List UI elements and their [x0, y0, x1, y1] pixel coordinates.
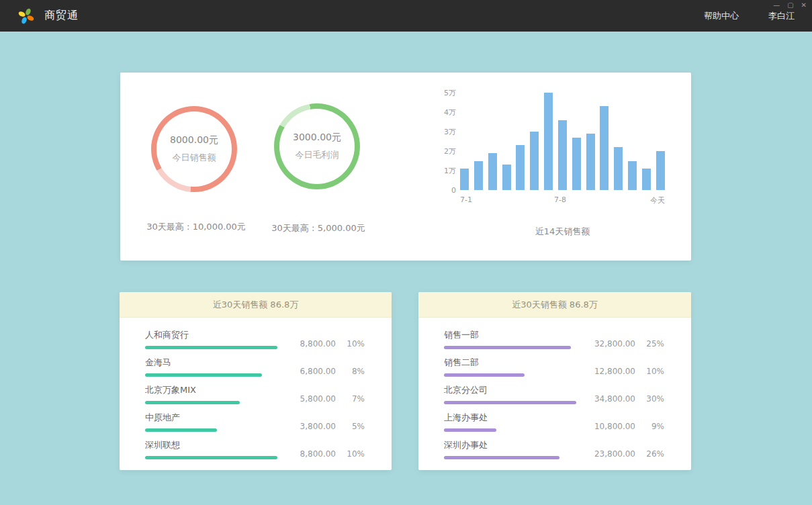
sales-bar [628, 161, 637, 191]
sales-bar [530, 132, 539, 190]
list-item: 销售一部 32,800.00 25% [444, 329, 664, 349]
sales-bar [474, 161, 483, 191]
titlebar: 商贸通 帮助中心 李白江 — ▢ ✕ [0, 0, 812, 32]
maximize-icon[interactable]: ▢ [787, 2, 793, 9]
list-item: 深圳办事处 23,800.00 26% [444, 439, 664, 459]
chart-caption: 近14天销售额 [460, 226, 665, 238]
percent: 8% [345, 367, 365, 376]
progress-bar [444, 373, 525, 377]
y-tick: 1万 [444, 166, 456, 176]
entity-name: 销售一部 [444, 329, 585, 341]
x-tick: 7-8 [554, 195, 566, 204]
list-item: 销售二部 12,800.00 10% [444, 357, 664, 377]
sales-bar [558, 120, 567, 190]
bar-plot [460, 93, 665, 190]
sales-bar [656, 151, 665, 190]
percent: 10% [345, 339, 365, 349]
y-tick: 0 [451, 186, 456, 195]
percent: 30% [644, 394, 664, 404]
progress-bar [145, 456, 277, 459]
progress-bar [145, 428, 217, 432]
sales-bar [544, 93, 553, 190]
customer-card-header: 近30天销售额 86.8万 [120, 292, 392, 318]
department-card-header: 近30天销售额 86.8万 [418, 292, 691, 318]
sales-bar [572, 138, 581, 190]
amount: 23,800.00 [594, 449, 635, 459]
sales-summary-card: 8000.00元 今日销售额 30天最高：10,000.00元 3000.00元… [120, 73, 691, 261]
amount: 8,800.00 [300, 449, 336, 459]
list-item: 北京万象MIX 5,800.00 7% [145, 384, 365, 404]
x-tick: 7-1 [460, 195, 472, 204]
minimize-icon[interactable]: — [773, 2, 780, 9]
y-tick: 5万 [444, 88, 456, 98]
customer-sales-card: 近30天销售额 86.8万 人和商贸行 8,800.00 10% 金海马 6,8… [120, 292, 392, 470]
percent: 10% [644, 367, 664, 376]
y-axis: 5万 4万 3万 2万 1万 0 [440, 93, 459, 190]
today-sales-value: 8000.00元 [170, 134, 218, 146]
sales-bar [502, 165, 511, 190]
progress-bar [444, 456, 559, 459]
sales-bar [516, 145, 525, 190]
entity-name: 上海办事处 [444, 412, 585, 424]
list-item: 上海办事处 10,800.00 9% [444, 412, 664, 432]
amount: 6,800.00 [300, 367, 336, 376]
progress-bar [444, 428, 496, 432]
entity-name: 深圳联想 [145, 439, 286, 451]
customer-rows: 人和商贸行 8,800.00 10% 金海马 6,800.00 8% 北京万象M… [120, 318, 392, 459]
entity-name: 北京万象MIX [145, 384, 286, 396]
entity-name: 金海马 [145, 357, 286, 369]
today-sales-donut: 8000.00元 今日销售额 [151, 106, 237, 192]
percent: 7% [345, 394, 365, 404]
amount: 10,800.00 [594, 422, 635, 431]
progress-bar [145, 401, 240, 404]
list-item: 金海马 6,800.00 8% [145, 357, 365, 377]
progress-bar [444, 346, 571, 349]
x-axis: 7-1 7-8 今天 [460, 195, 665, 206]
amount: 34,800.00 [594, 394, 635, 404]
percent: 10% [345, 449, 365, 459]
progress-bar [145, 346, 277, 349]
amount: 5,800.00 [300, 394, 336, 404]
app-logo-icon [17, 7, 35, 25]
amount: 32,800.00 [594, 339, 635, 349]
x-tick: 今天 [650, 195, 665, 205]
today-profit-label: 今日毛利润 [296, 149, 339, 161]
percent: 25% [644, 339, 664, 349]
progress-bar [145, 373, 262, 377]
progress-bar [444, 401, 576, 404]
sales-bar [586, 134, 595, 190]
list-item: 中原地产 3,800.00 5% [145, 412, 365, 432]
amount: 8,800.00 [300, 339, 336, 349]
amount: 3,800.00 [300, 422, 336, 431]
sales-bar [600, 106, 608, 190]
sales-bar [488, 153, 497, 190]
y-tick: 2万 [444, 146, 456, 156]
department-rows: 销售一部 32,800.00 25% 销售二部 12,800.00 10% 北京… [418, 318, 691, 459]
y-tick: 4万 [444, 107, 456, 118]
today-profit-value: 3000.00元 [293, 132, 341, 144]
amount: 12,800.00 [594, 367, 635, 376]
entity-name: 销售二部 [444, 357, 585, 369]
y-tick: 3万 [444, 127, 456, 137]
entity-name: 北京分公司 [444, 384, 585, 396]
profit-30day-max: 30天最高：5,000.00元 [244, 222, 392, 234]
percent: 9% [644, 422, 664, 431]
sales-bar [614, 147, 623, 190]
today-profit-donut: 3000.00元 今日毛利润 [274, 103, 360, 189]
entity-name: 深圳办事处 [444, 439, 585, 451]
list-item: 北京分公司 34,800.00 30% [444, 384, 664, 404]
department-sales-card: 近30天销售额 86.8万 销售一部 32,800.00 25% 销售二部 12… [418, 292, 691, 470]
percent: 26% [644, 449, 664, 459]
app-title: 商贸通 [44, 9, 79, 23]
today-sales-label: 今日销售额 [173, 152, 216, 164]
username[interactable]: 李白江 [768, 10, 795, 22]
window-controls: — ▢ ✕ [773, 2, 807, 9]
help-center-link[interactable]: 帮助中心 [704, 10, 739, 22]
sales-14day-chart: 5万 4万 3万 2万 1万 0 7-1 7-8 今天 近14天销售额 [440, 93, 665, 261]
sales-bar [460, 169, 469, 190]
entity-name: 中原地产 [145, 412, 286, 424]
list-item: 人和商贸行 8,800.00 10% [145, 329, 365, 349]
sales-bar [642, 169, 651, 190]
close-icon[interactable]: ✕ [801, 2, 807, 9]
list-item: 深圳联想 8,800.00 10% [145, 439, 365, 459]
